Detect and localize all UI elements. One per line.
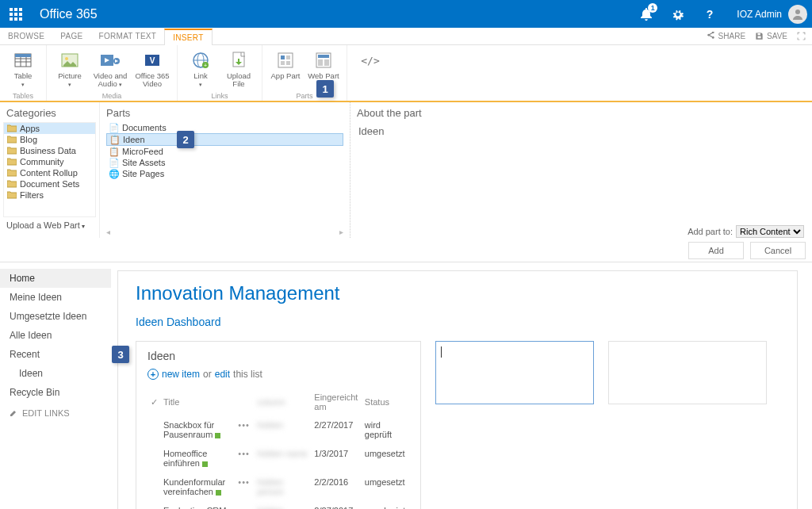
categories-list[interactable]: Apps Blog Business Data Community Conten… <box>3 122 96 217</box>
svg-rect-33 <box>286 61 290 65</box>
edit-links[interactable]: EDIT LINKS <box>0 402 111 424</box>
scroll-right-icon[interactable]: ▸ <box>339 228 343 236</box>
table-row[interactable]: Evaluation CRM ••• hidden 2/27/2017 gene… <box>149 502 408 509</box>
ql-alle-ideen[interactable]: Alle Ideen <box>0 326 111 345</box>
item-menu-icon[interactable]: ••• <box>238 449 250 458</box>
about-body: Ideen <box>350 122 812 140</box>
svg-rect-37 <box>324 59 329 66</box>
tab-page[interactable]: PAGE <box>52 28 90 44</box>
category-filters[interactable]: Filters <box>4 189 95 201</box>
rich-content-zone-active[interactable] <box>435 341 594 404</box>
svg-rect-30 <box>281 55 285 59</box>
svg-rect-7 <box>14 17 17 21</box>
item-menu-icon[interactable]: ••• <box>238 506 250 509</box>
page-body: Home Meine Ideen Umgesetzte Ideen Alle I… <box>0 262 812 509</box>
share-button[interactable]: SHARE <box>707 32 745 40</box>
ribbon-item-embed-code[interactable]: </> <box>352 47 389 92</box>
parts-list: 📄Documents 📋Ideen 2 📋MicroFeed 📄Site Ass… <box>100 122 350 179</box>
callout-3: 3 <box>112 346 129 363</box>
category-document-sets[interactable]: Document Sets <box>4 178 95 189</box>
ribbon-actions: SHARE SAVE <box>707 32 806 40</box>
ribbon-item-upload-file[interactable]: Upload File <box>220 47 257 92</box>
category-business-data[interactable]: Business Data <box>4 145 95 156</box>
new-tag-icon <box>202 461 208 467</box>
zone-row: 3 Ideen + new item or edit this list ✓ <box>136 341 779 509</box>
ribbon-item-app-part[interactable]: App Part <box>267 47 304 92</box>
ribbon-item-table[interactable]: Table▾ <box>5 47 41 92</box>
brand-title[interactable]: Office 365 <box>40 7 98 21</box>
help-icon[interactable]: ? <box>694 0 726 28</box>
col-title[interactable]: Title <box>162 389 235 415</box>
upload-webpart-link[interactable]: Upload a Web Part <box>0 217 99 233</box>
new-tag-icon <box>215 433 220 438</box>
col-date[interactable]: Eingereicht am <box>312 389 361 415</box>
categories-column: Categories Apps Blog Business Data Commu… <box>0 102 100 238</box>
category-blog[interactable]: Blog <box>4 134 95 145</box>
part-microfeed[interactable]: 📋MicroFeed <box>106 146 343 157</box>
picker-buttons: Add Cancel <box>688 242 806 259</box>
text-cursor <box>441 346 442 358</box>
plus-icon[interactable]: + <box>147 369 159 380</box>
ribbon-group-tables: Table▾ Tables <box>0 45 47 101</box>
suite-bar: Office 365 1 ? IOZ Admin <box>0 0 812 28</box>
rich-content-zone-empty[interactable] <box>608 341 767 404</box>
about-column: About the part Ideen Add part to: Rich C… <box>350 102 812 238</box>
ql-umgesetzte-ideen[interactable]: Umgesetzte Ideen <box>0 307 111 326</box>
table-row[interactable]: Snackbox für Pausenraum ••• hidden 2/27/… <box>149 416 408 443</box>
content-area: Innovation Management Ideen Dashboard 3 … <box>111 262 812 509</box>
notifications-icon[interactable]: 1 <box>630 0 662 28</box>
col-check[interactable]: ✓ <box>149 389 160 415</box>
tab-format-text[interactable]: FORMAT TEXT <box>91 28 165 44</box>
svg-rect-1 <box>14 8 17 11</box>
user-menu[interactable]: IOZ Admin <box>737 5 807 24</box>
suite-right: 1 ? IOZ Admin <box>630 0 812 28</box>
table-row[interactable]: Kundenformular vereinfachen ••• hidden p… <box>149 473 408 500</box>
col-status[interactable]: Status <box>363 389 408 415</box>
category-content-rollup[interactable]: Content Rollup <box>4 167 95 178</box>
list-table: ✓ Title column Eingereicht am Status <box>147 388 409 509</box>
webpart-ideen: Ideen + new item or edit this list ✓ Tit… <box>136 341 421 509</box>
part-site-assets[interactable]: 📄Site Assets <box>106 157 343 168</box>
item-menu-icon[interactable]: ••• <box>238 420 250 430</box>
app-launcher-icon[interactable] <box>0 0 32 28</box>
new-item-row: + new item or edit this list <box>147 369 409 380</box>
ql-recycle-bin[interactable]: Recycle Bin <box>0 383 111 402</box>
new-tag-icon <box>216 490 221 496</box>
ql-recent[interactable]: Recent <box>0 345 111 364</box>
focus-icon[interactable] <box>797 32 806 40</box>
scroll-left-icon[interactable]: ◂ <box>106 228 110 236</box>
page-title: Innovation Management <box>136 282 779 304</box>
category-apps[interactable]: Apps <box>4 123 95 134</box>
ribbon-item-video-audio[interactable]: Video and Audio ▾ <box>90 47 131 92</box>
part-ideen[interactable]: 📋Ideen 2 <box>106 133 343 146</box>
category-community[interactable]: Community <box>4 156 95 167</box>
svg-rect-0 <box>10 8 13 11</box>
add-part-to-row: Add part to: Rich Content <box>688 225 804 238</box>
ribbon-item-picture[interactable]: Picture▾ <box>52 47 88 92</box>
svg-rect-5 <box>19 13 22 16</box>
part-documents[interactable]: 📄Documents <box>106 122 343 133</box>
webpart-picker: Categories Apps Blog Business Data Commu… <box>0 102 812 262</box>
ribbon-item-o365-video[interactable]: V Office 365 Video <box>132 47 172 92</box>
ribbon-body: Table▾ Tables Picture▾ Video and Audio ▾… <box>0 45 812 102</box>
add-part-to-select[interactable]: Rich Content <box>736 225 804 238</box>
table-row[interactable]: Homeoffice einführen ••• hidden name 1/3… <box>149 445 408 472</box>
settings-icon[interactable] <box>662 0 694 28</box>
svg-rect-32 <box>281 61 285 65</box>
ql-home[interactable]: Home <box>0 269 111 288</box>
tab-browse[interactable]: BROWSE <box>0 28 52 44</box>
ql-meine-ideen[interactable]: Meine Ideen <box>0 288 111 307</box>
svg-rect-31 <box>286 55 290 59</box>
tab-insert[interactable]: INSERT <box>164 29 212 45</box>
item-menu-icon[interactable]: ••• <box>238 477 250 487</box>
quicklaunch: Home Meine Ideen Umgesetzte Ideen Alle I… <box>0 262 111 509</box>
save-button[interactable]: SAVE <box>755 32 787 40</box>
part-site-pages[interactable]: 🌐Site Pages <box>106 168 343 179</box>
ql-ideen[interactable]: Ideen <box>0 364 111 383</box>
cancel-button[interactable]: Cancel <box>750 242 806 259</box>
new-item-link[interactable]: new item <box>162 369 200 380</box>
svg-text:?: ? <box>707 8 714 21</box>
edit-link[interactable]: edit <box>215 369 230 380</box>
add-button[interactable]: Add <box>688 242 744 259</box>
ribbon-item-link[interactable]: + Link▾ <box>182 47 219 92</box>
